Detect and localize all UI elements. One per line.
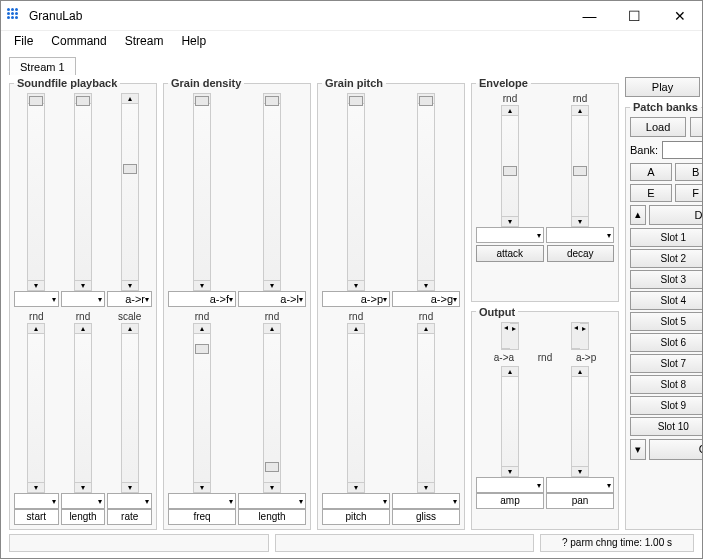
pitch-rnd-2[interactable]: ▴▾ — [417, 323, 435, 493]
grain-rnd-2[interactable]: ▴▾ — [263, 323, 281, 493]
slot-10[interactable]: Slot 10 — [630, 417, 703, 436]
slot-9[interactable]: Slot 9 — [630, 396, 703, 415]
menu-stream[interactable]: Stream — [116, 32, 173, 50]
grain-rnd-1[interactable]: ▴▾ — [193, 323, 211, 493]
down-arrow-button[interactable]: ▾ — [630, 439, 646, 460]
grain-title: Grain density — [168, 77, 244, 89]
pitch-rnd-1[interactable]: ▴▾ — [347, 323, 365, 493]
pan-slider[interactable]: ▴▾ — [571, 366, 589, 478]
sound-scale[interactable]: ▴▾ — [121, 323, 139, 493]
slot-2[interactable]: Slot 2 — [630, 249, 703, 268]
menu-file[interactable]: File — [5, 32, 42, 50]
envelope-panel: Envelope rnd▴▾ rnd▴▾ attack decay — [471, 77, 619, 302]
slot-7[interactable]: Slot 7 — [630, 354, 703, 373]
menu-help[interactable]: Help — [172, 32, 215, 50]
output-panel: Output ◂▸ ◂▸ a->a rnd a->p ▴▾amp ▴▾pan — [471, 306, 619, 531]
menu-command[interactable]: Command — [42, 32, 115, 50]
attack-button[interactable]: attack — [476, 245, 544, 262]
status-parm: ? parm chng time: 1.00 s — [540, 534, 694, 552]
slot-5[interactable]: Slot 5 — [630, 312, 703, 331]
sound-slider-1[interactable]: ▴▾ — [27, 93, 45, 291]
grain-density-panel: Grain density ▴▾a->f ▴▾a->l rnd▴▾freq rn… — [163, 77, 311, 530]
sound-drop-1[interactable] — [14, 291, 59, 307]
env-slider-1[interactable]: ▴▾ — [501, 105, 519, 227]
slot-6[interactable]: Slot 6 — [630, 333, 703, 352]
pitch-title: Grain pitch — [322, 77, 386, 89]
up-arrow-button[interactable]: ▴ — [630, 205, 646, 225]
menubar: File Command Stream Help — [1, 31, 702, 51]
sound-drop-2[interactable] — [61, 291, 106, 307]
clear-patch-button[interactable]: Clear Patch — [649, 439, 703, 460]
tab-stream-1[interactable]: Stream 1 — [9, 57, 76, 75]
sound-slider-2[interactable]: ▴▾ — [74, 93, 92, 291]
window-title: GranuLab — [29, 9, 567, 23]
bank-e[interactable]: E — [630, 184, 672, 202]
sound-slider-3[interactable]: ▴▾ — [121, 93, 139, 291]
grain-slider-2[interactable]: ▴▾ — [263, 93, 281, 291]
amp-slider[interactable]: ▴▾ — [501, 366, 519, 478]
out-h1[interactable]: ◂▸ — [501, 322, 519, 350]
env-slider-2[interactable]: ▴▾ — [571, 105, 589, 227]
slot-1[interactable]: Slot 1 — [630, 228, 703, 247]
tab-row: Stream 1 — [1, 53, 702, 75]
slot-8[interactable]: Slot 8 — [630, 375, 703, 394]
patch-banks-panel: Patch banks Load Save Close Bank: A B C … — [625, 101, 703, 530]
sound-rnd-1[interactable]: ▴▾ — [27, 323, 45, 493]
titlebar: GranuLab — ☐ ✕ — [1, 1, 702, 31]
status-2 — [275, 534, 535, 552]
bank-input[interactable] — [662, 141, 703, 159]
status-1 — [9, 534, 269, 552]
load-button[interactable]: Load — [630, 117, 686, 137]
sound-drop-3[interactable]: a->r — [107, 291, 152, 307]
out-h2[interactable]: ◂▸ — [571, 322, 589, 350]
slot-3[interactable]: Slot 3 — [630, 270, 703, 289]
app-logo-icon — [7, 8, 23, 24]
bank-b[interactable]: B — [675, 163, 703, 181]
soundfile-playback-panel: Soundfile playback ▴▾ ▴▾ ▴▾a->r rnd▴▾sta… — [9, 77, 157, 530]
slot-4[interactable]: Slot 4 — [630, 291, 703, 310]
close-button[interactable]: ✕ — [657, 1, 702, 31]
grain-slider-1[interactable]: ▴▾ — [193, 93, 211, 291]
bank-label: Bank: — [630, 144, 658, 156]
soundfile-title: Soundfile playback — [14, 77, 120, 89]
sound-rnd-2[interactable]: ▴▾ — [74, 323, 92, 493]
bank-a[interactable]: A — [630, 163, 672, 181]
maximize-button[interactable]: ☐ — [612, 1, 657, 31]
default-patch-button[interactable]: Default Patch — [649, 205, 703, 225]
pitch-slider-2[interactable]: ▴▾ — [417, 93, 435, 291]
minimize-button[interactable]: — — [567, 1, 612, 31]
grain-pitch-panel: Grain pitch ▴▾a->p ▴▾a->g rnd▴▾pitch rnd… — [317, 77, 465, 530]
decay-button[interactable]: decay — [547, 245, 615, 262]
bank-f[interactable]: F — [675, 184, 703, 202]
pitch-slider-1[interactable]: ▴▾ — [347, 93, 365, 291]
play-button[interactable]: Play — [625, 77, 700, 97]
save-button[interactable]: Save — [690, 117, 703, 137]
